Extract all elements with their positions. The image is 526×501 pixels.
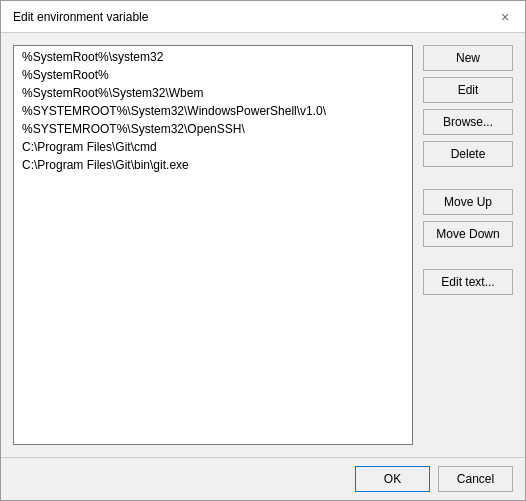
browse-button[interactable]: Browse... (423, 109, 513, 135)
move-up-button[interactable]: Move Up (423, 189, 513, 215)
edit-text-button[interactable]: Edit text... (423, 269, 513, 295)
close-button[interactable]: × (497, 9, 513, 25)
list-item[interactable]: %SystemRoot%\system32 (16, 48, 410, 66)
env-var-list[interactable]: %SystemRoot%\system32%SystemRoot%%System… (13, 45, 413, 445)
list-item[interactable]: %SystemRoot%\System32\Wbem (16, 84, 410, 102)
dialog-title: Edit environment variable (13, 10, 148, 24)
list-item[interactable]: C:\Program Files\Git\bin\git.exe (16, 156, 410, 174)
list-item[interactable]: %SystemRoot% (16, 66, 410, 84)
dialog-footer: OK Cancel (1, 457, 525, 500)
ok-button[interactable]: OK (355, 466, 430, 492)
cancel-button[interactable]: Cancel (438, 466, 513, 492)
list-item[interactable]: C:\Program Files\Git\cmd (16, 138, 410, 156)
title-bar: Edit environment variable × (1, 1, 525, 33)
new-button[interactable]: New (423, 45, 513, 71)
dialog: Edit environment variable × %SystemRoot%… (0, 0, 526, 501)
edit-button[interactable]: Edit (423, 77, 513, 103)
list-item[interactable]: %SYSTEMROOT%\System32\OpenSSH\ (16, 120, 410, 138)
delete-button[interactable]: Delete (423, 141, 513, 167)
dialog-content: %SystemRoot%\system32%SystemRoot%%System… (1, 33, 525, 457)
move-down-button[interactable]: Move Down (423, 221, 513, 247)
list-item[interactable]: %SYSTEMROOT%\System32\WindowsPowerShell\… (16, 102, 410, 120)
button-panel: New Edit Browse... Delete Move Up Move D… (423, 45, 513, 445)
